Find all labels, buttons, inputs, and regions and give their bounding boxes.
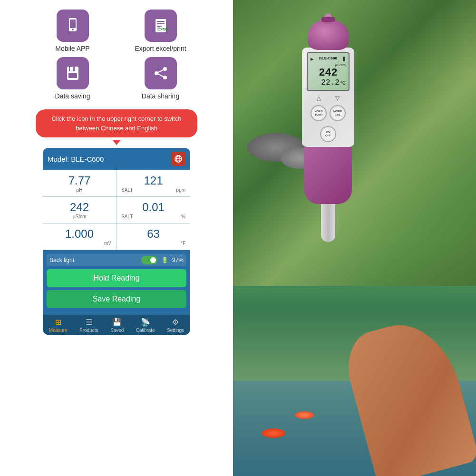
meter-body: ▶ BLE-C600 ▊ µS/cm 242 22.2 °C △ ▽ xyxy=(302,48,354,147)
salt-pct-unit: % xyxy=(181,214,185,219)
data-sharing-label: Data sharing xyxy=(142,92,179,100)
svg-text:Excel: Excel xyxy=(157,27,169,31)
svg-rect-4 xyxy=(157,21,165,22)
save-reading-button[interactable]: Save Reading xyxy=(47,290,186,308)
nav-products-label: Products xyxy=(79,328,98,333)
svg-rect-11 xyxy=(68,73,77,78)
reading-salt-pct: 0.01 SALT % xyxy=(117,197,190,223)
mobile-app-icon-box xyxy=(57,10,89,42)
backlight-row: Back light 🔋 97% xyxy=(47,254,186,266)
meter-battery-icon: ▊ xyxy=(343,57,346,61)
meter-temp-row: 22.2 °C xyxy=(311,78,346,87)
meter-cap xyxy=(308,19,349,50)
on-off-button[interactable]: ONOFF xyxy=(320,126,336,142)
svg-rect-1 xyxy=(70,19,76,28)
reading-mv: 1.000 mV xyxy=(43,223,117,250)
callout-text: Click the icon in the upper right corner… xyxy=(51,115,181,132)
meter-temp-reading: 22.2 xyxy=(321,78,339,87)
right-panel: ▶ BLE-C600 ▊ µS/cm 242 22.2 °C △ ▽ xyxy=(233,0,476,476)
meter-probe xyxy=(321,204,335,242)
readings-grid: 7.77 pH 121 SALT ppm 242 µS/cm 0.01 SALT… xyxy=(43,170,190,250)
phone-model-label: Model: BLE-C600 xyxy=(48,155,104,163)
temp-f-value: 63 xyxy=(121,227,185,241)
backlight-label: Back light xyxy=(49,257,137,263)
pond-background: ▶ BLE-C600 ▊ µS/cm 242 22.2 °C △ ▽ xyxy=(233,0,476,476)
meter-device: ▶ BLE-C600 ▊ µS/cm 242 22.2 °C △ ▽ xyxy=(290,19,366,352)
mode-cal-button[interactable]: MODECAL xyxy=(330,105,346,121)
reading-conductivity: 242 µS/cm xyxy=(43,197,117,223)
control-buttons-row1: HOLDTEMP MODECAL xyxy=(311,105,346,121)
feature-export-excel: Excel Export excel/print xyxy=(124,10,197,52)
backlight-toggle[interactable] xyxy=(141,256,157,264)
callout-bubble: Click the icon in the upper right corner… xyxy=(36,109,197,137)
temp-f-unit: °F xyxy=(121,241,185,246)
feature-data-saving: Data saving xyxy=(36,57,109,100)
phone-mockup: Model: BLE-C600 7.77 pH 121 xyxy=(43,148,190,335)
reading-ph: 7.77 pH xyxy=(43,170,117,197)
nav-products[interactable]: ☰ Products xyxy=(79,318,98,333)
conductivity-label: µS/cm xyxy=(48,214,111,219)
nav-measure[interactable]: ⊞ Measure xyxy=(49,318,68,333)
phone-bottom: Back light 🔋 97% Hold Reading Save Readi… xyxy=(43,250,190,315)
nav-saved[interactable]: 💾 Saved xyxy=(110,318,124,333)
globe-button[interactable] xyxy=(171,152,185,166)
hold-temp-label: HOLDTEMP xyxy=(315,110,323,117)
export-excel-icon-box: Excel xyxy=(145,10,177,42)
mobile-icon xyxy=(64,17,81,34)
battery-percentage: 97% xyxy=(172,257,184,263)
battery-icon: 🔋 xyxy=(161,257,168,263)
nav-calibrate-label: Calibrate xyxy=(136,328,155,333)
arrow-down-icon: ▽ xyxy=(335,95,340,101)
salt-ppm-label: SALT xyxy=(121,187,133,193)
nav-calibrate[interactable]: 📡 Calibrate xyxy=(136,318,155,333)
salt-ppm-value: 121 xyxy=(121,174,185,187)
left-panel: Mobile APP Excel Export excel/print xyxy=(0,0,233,476)
meter-bluetooth-icon: ▶ xyxy=(311,57,313,61)
meter-lower-grip xyxy=(304,147,352,204)
nav-saved-label: Saved xyxy=(110,328,124,333)
hold-temp-button[interactable]: HOLDTEMP xyxy=(311,105,327,121)
mode-cal-label: MODECAL xyxy=(333,110,342,117)
salt-pct-value: 0.01 xyxy=(121,201,185,214)
meter-model-label: BLE-C600 xyxy=(319,56,337,60)
meter-main-reading: 242 xyxy=(311,68,346,78)
mobile-app-label: Mobile APP xyxy=(55,45,89,52)
on-off-label: ONOFF xyxy=(325,131,331,137)
features-grid: Mobile APP Excel Export excel/print xyxy=(36,10,197,100)
nav-settings[interactable]: ⚙ Settings xyxy=(167,318,184,333)
products-icon: ☰ xyxy=(86,318,92,327)
settings-icon: ⚙ xyxy=(172,318,179,327)
meter-cap-ring xyxy=(321,17,335,22)
salt-ppm-unit: ppm xyxy=(176,187,185,193)
hold-reading-button[interactable]: Hold Reading xyxy=(47,269,186,287)
phone-nav: ⊞ Measure ☰ Products 💾 Saved 📡 Calibrate… xyxy=(43,315,190,335)
feature-mobile-app: Mobile APP xyxy=(36,10,109,52)
saved-icon: 💾 xyxy=(112,318,122,327)
nav-settings-label: Settings xyxy=(167,328,184,333)
data-saving-icon-box xyxy=(57,57,89,89)
feature-data-sharing: Data sharing xyxy=(124,57,197,100)
measure-icon: ⊞ xyxy=(55,318,61,327)
meter-temp-unit: °C xyxy=(340,80,346,86)
svg-line-16 xyxy=(156,73,165,78)
arrow-up-icon: △ xyxy=(317,95,321,101)
svg-line-15 xyxy=(156,69,165,73)
conductivity-value: 242 xyxy=(48,201,111,214)
meter-screen-header: ▶ BLE-C600 ▊ xyxy=(311,56,346,62)
share-icon xyxy=(152,65,169,82)
excel-icon: Excel xyxy=(152,17,169,34)
mv-unit: mV xyxy=(48,241,111,246)
phone-header: Model: BLE-C600 xyxy=(43,148,190,170)
meter-screen: ▶ BLE-C600 ▊ µS/cm 242 22.2 °C xyxy=(307,52,350,91)
reading-temp-f: 63 °F xyxy=(117,223,190,250)
salt-pct-label: SALT xyxy=(121,214,133,219)
reading-salt-ppm: 121 SALT ppm xyxy=(117,170,190,197)
save-icon xyxy=(64,65,81,82)
svg-point-2 xyxy=(72,29,74,30)
ph-label: pH xyxy=(48,187,111,193)
fish2 xyxy=(295,411,314,419)
ph-value: 7.77 xyxy=(48,174,111,187)
nav-measure-label: Measure xyxy=(49,328,68,333)
export-excel-label: Export excel/print xyxy=(135,45,186,52)
data-saving-label: Data saving xyxy=(55,92,90,100)
